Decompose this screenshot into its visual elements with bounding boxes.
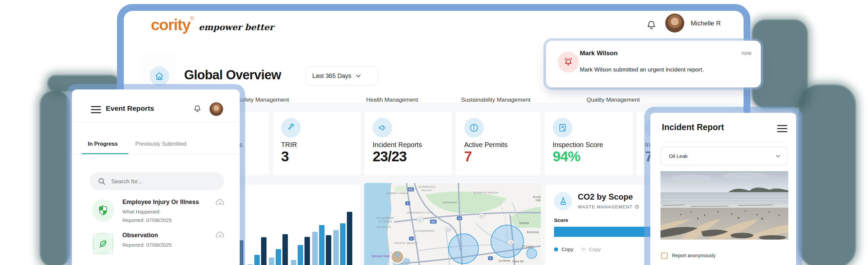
bar <box>319 225 324 265</box>
legend-label[interactable]: Copy <box>561 246 573 252</box>
svg-text:125: 125 <box>509 241 513 244</box>
bell-icon[interactable] <box>193 104 201 113</box>
map: 805 5 52 805 163 15 52 125 5 8 SORRENTO … <box>364 183 541 265</box>
brand-logo: cority® empower better <box>151 16 274 34</box>
svg-text:UNIVERSITY CITY: UNIVERSITY CITY <box>407 211 433 214</box>
menu-icon[interactable] <box>91 106 101 113</box>
svg-text:Bostonia: Bostonia <box>527 230 539 234</box>
bar <box>312 232 318 265</box>
kpi-value: 23/23 <box>373 148 407 165</box>
toast-message: Mark Wilson submitted an urgent incident… <box>580 66 704 73</box>
menu-icon[interactable] <box>777 125 787 132</box>
page: { "brand": {"logo": "cority", "tagline":… <box>0 0 868 265</box>
item-title: Observation <box>122 232 158 239</box>
alert-icon <box>558 52 579 73</box>
svg-text:SORRENTO: SORRENTO <box>418 185 435 188</box>
map-ocean <box>364 183 391 265</box>
tabs-divider <box>72 154 240 155</box>
cloud-download-icon[interactable] <box>216 199 224 206</box>
incident-type-select[interactable]: Oil Leak <box>661 147 787 165</box>
item-title: Employee Injury Or Illness <box>122 199 199 206</box>
legend-dot <box>581 247 586 251</box>
co2-title: CO2 by Scope <box>578 192 633 202</box>
cloud-download-icon[interactable] <box>216 231 224 239</box>
chevron-down-icon <box>776 155 780 158</box>
panel-title: Incident Report <box>662 122 724 132</box>
logo-tagline: empower better <box>199 22 274 32</box>
shield-icon <box>92 199 114 222</box>
kpi-label: Active Permits <box>464 141 508 149</box>
page-title: Global Overview <box>184 68 281 82</box>
svg-text:52: 52 <box>480 215 483 217</box>
bar <box>276 249 281 265</box>
svg-text:Eucalyptus: Eucalyptus <box>533 195 541 199</box>
svg-text:VILLAGE OF: VILLAGE OF <box>376 217 394 220</box>
svg-text:Casa De: Casa De <box>512 260 524 263</box>
item-line2: Reported: 07/08/2025 <box>122 217 172 223</box>
item-line2: Reported: 07/08/2025 <box>122 242 172 248</box>
bar <box>333 230 339 265</box>
notification-toast[interactable]: Mark Wilson now Mark Wilson submitted an… <box>546 41 761 87</box>
info-icon[interactable] <box>635 205 639 209</box>
incident-report-panel: Incident Report Oil Leak <box>644 107 802 265</box>
date-range-select[interactable]: Last 365 Days <box>306 66 378 85</box>
kpi-label: TRIR <box>281 141 297 149</box>
kpi-label: Inspection Score <box>553 141 603 149</box>
svg-text:5: 5 <box>411 238 412 240</box>
map-card[interactable]: 805 5 52 805 163 15 52 125 5 8 SORRENTO … <box>364 183 541 265</box>
svg-text:LA JOLLA: LA JOLLA <box>377 225 391 228</box>
svg-text:SCRIPPS RANCH: SCRIPPS RANCH <box>473 191 498 194</box>
megaphone-icon <box>373 118 392 138</box>
tab-in-progress[interactable]: In Progress <box>88 141 118 147</box>
bar <box>340 223 346 265</box>
svg-text:805: 805 <box>431 221 435 223</box>
hammer-icon <box>281 118 301 138</box>
bar <box>269 258 274 265</box>
header-divider <box>72 122 240 122</box>
tab-sustainability-management[interactable]: Sustainability Management <box>461 97 530 103</box>
svg-text:52: 52 <box>419 219 421 221</box>
kpi-card-incident-reports[interactable]: Incident Reports 23/23 <box>364 112 452 176</box>
search-input[interactable] <box>111 172 220 191</box>
svg-text:Belmont Park: Belmont Park <box>372 254 390 258</box>
toast-title: Mark Wilson <box>580 49 618 57</box>
avatar[interactable] <box>210 102 223 116</box>
bar <box>254 255 260 265</box>
kpi-card-trir[interactable]: TRIR 3 <box>273 112 360 176</box>
svg-text:La Mesa: La Mesa <box>498 259 510 262</box>
svg-text:LA JOLLA: LA JOLLA <box>378 220 392 223</box>
search-box[interactable] <box>90 172 224 190</box>
svg-text:805: 805 <box>409 188 413 191</box>
co2-subtitle: WASTE MANAGEMENT <box>578 204 633 209</box>
svg-text:163: 163 <box>446 228 450 231</box>
list-item[interactable]: Employee Injury Or Illness What Happened… <box>72 198 240 229</box>
incident-photo <box>660 171 788 240</box>
tab-health-management[interactable]: Health Management <box>366 97 418 103</box>
svg-text:MIRAMAR: MIRAMAR <box>443 201 457 204</box>
title-divider <box>661 141 787 142</box>
svg-text:8: 8 <box>490 257 491 260</box>
svg-text:Santee: Santee <box>519 221 529 225</box>
avatar[interactable] <box>665 14 684 33</box>
svg-text:TORREY PINES: TORREY PINES <box>386 192 408 195</box>
kpi-card-inspection-score[interactable]: Inspection Score 94% <box>545 112 633 176</box>
date-range-value: Last 365 Days <box>312 73 351 80</box>
kpi-value: 7 <box>464 148 472 165</box>
bar <box>326 235 331 265</box>
svg-text:CLAIREMONT: CLAIREMONT <box>415 229 435 232</box>
inspection-icon <box>553 118 572 138</box>
info-icon <box>464 118 484 138</box>
tab-quality-management[interactable]: Quality Management <box>587 97 640 103</box>
notifications-bell-icon[interactable] <box>646 20 656 30</box>
legend-label[interactable]: Copy <box>589 246 601 252</box>
list-item[interactable]: Observation Reported: 07/08/2025 <box>72 231 240 262</box>
kpi-value: 3 <box>281 148 289 165</box>
bar <box>304 237 310 265</box>
logo-trademark: ® <box>190 16 194 21</box>
kpi-card-active-permits[interactable]: Active Permits 7 <box>456 112 540 176</box>
leaf-icon <box>92 232 114 255</box>
report-anonymously-checkbox[interactable] <box>661 252 668 259</box>
svg-text:PACIFIC BEACH: PACIFIC BEACH <box>394 242 417 245</box>
user-name[interactable]: Michelle R <box>691 20 721 27</box>
tab-previously-submitted[interactable]: Previously Submitted <box>135 141 186 147</box>
